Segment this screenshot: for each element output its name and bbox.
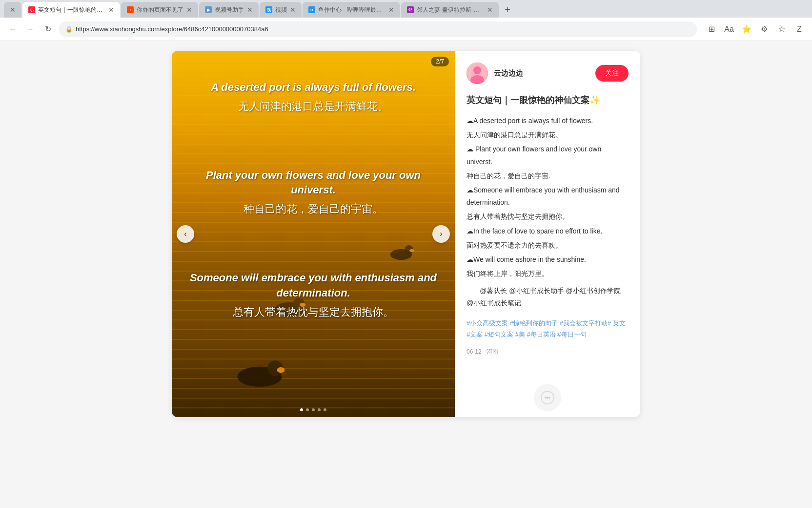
content-section: 云边边边 关注 英文短句｜一眼惊艳的神仙文案✨ ☁A deserted port… xyxy=(455,51,640,417)
browser-frame: ✕ 小 英文短句｜一眼惊艳的神仙文案✨ ✕ ! 你办的页面不见了 ✕ ▶ 视频号… xyxy=(0,0,812,508)
tab-404-favicon: ! xyxy=(127,6,134,13)
tab-video-close[interactable]: ✕ xyxy=(247,6,253,14)
tab-video-label: 视频号助手 xyxy=(215,6,244,14)
main-card: A deserted port is always full of flower… xyxy=(172,51,640,417)
post-body-line-4: 种自己的花，爱自己的宇宙. xyxy=(467,170,629,182)
post-body-line-1: ☁A deserted port is always full of flowe… xyxy=(467,115,629,127)
user-header: 云边边边 关注 xyxy=(467,63,629,84)
tab-neighbor-close[interactable]: ✕ xyxy=(487,6,493,14)
slide-text-cn-2: 种自己的花，爱自己的宇宙。 xyxy=(186,202,440,217)
tab-neighbor-label: 邻人之妻-盖伊特拉斯-微信读书 xyxy=(417,6,484,14)
post-body-line-3: ☁ Plant your own flowers and love your o… xyxy=(467,143,629,168)
extensions-icon[interactable]: ⊞ xyxy=(705,22,718,36)
url-bar[interactable]: 🔒 https://www.xiaohongshu.com/explore/64… xyxy=(59,21,697,37)
post-location: 河南 xyxy=(487,348,498,355)
post-body-line-10: 我们终将上岸，阳光万里。 xyxy=(467,268,629,280)
tab-bilibili-label: 鱼作中心 - 哔哩哔哩最视频... xyxy=(318,6,386,14)
slide-text-en-2: Plant your own flowers and love your own… xyxy=(186,168,440,198)
tab-bilibili-close[interactable]: ✕ xyxy=(388,6,394,14)
tab-bar: ✕ 小 英文短句｜一眼惊艳的神仙文案✨ ✕ ! 你办的页面不见了 ✕ ▶ 视频号… xyxy=(0,0,812,18)
slide-counter: 2/7 xyxy=(431,57,449,66)
zoom-icon[interactable]: Aa xyxy=(722,22,736,36)
bookmark-star-icon[interactable]: ⭐ xyxy=(740,22,753,36)
avatar[interactable] xyxy=(467,63,488,84)
post-date: 06-12 xyxy=(467,348,482,355)
dot-5[interactable] xyxy=(324,408,326,411)
tab-neighbor[interactable]: 邻 邻人之妻-盖伊特拉斯-微信读书 ✕ xyxy=(401,2,499,18)
tab-sp[interactable]: 视 视频 ✕ xyxy=(260,2,302,18)
slide-dots xyxy=(300,408,326,411)
toolbar-icons: ⊞ Aa ⭐ ⚙ ☆ Z xyxy=(705,22,806,36)
dot-1[interactable] xyxy=(300,408,303,411)
slide-text-en-1: A deserted port is always full of flower… xyxy=(211,80,416,95)
tab-neighbor-favicon: 邻 xyxy=(407,6,414,13)
tab-blank[interactable]: ✕ xyxy=(4,2,21,18)
new-tab-button[interactable]: + xyxy=(500,2,515,18)
dot-4[interactable] xyxy=(318,408,321,411)
slide-text-cn-3: 总有人带着热忱与坚定去拥抱你。 xyxy=(186,305,440,320)
profile-icon[interactable]: Z xyxy=(792,22,806,36)
tab-sp-favicon: 视 xyxy=(265,6,272,13)
svg-point-10 xyxy=(473,66,481,74)
svg-point-14 xyxy=(547,397,548,399)
post-meta: 06-12 河南 xyxy=(467,348,629,356)
tab-sp-label: 视频 xyxy=(275,6,287,14)
post-body-line-5: ☁Someone will embrace you with enthusias… xyxy=(467,184,629,209)
post-body-line-9: ☁We will come ashore in the sunshine. xyxy=(467,254,629,266)
avatar-image xyxy=(467,63,488,84)
tab-xhs-close[interactable]: ✕ xyxy=(108,6,114,14)
post-mentions: @薯队长 @小红书成长助手 @小红书创作学院 @小红书成长笔记 xyxy=(467,285,629,309)
svg-point-15 xyxy=(548,397,550,399)
comment-placeholder xyxy=(467,374,629,417)
svg-point-13 xyxy=(545,397,547,399)
next-arrow[interactable]: › xyxy=(432,225,450,243)
bookmark-icon[interactable]: ☆ xyxy=(775,22,789,36)
tab-xhs-favicon: 小 xyxy=(28,6,35,13)
tab-xhs-label: 英文短句｜一眼惊艳的神仙文案✨ xyxy=(38,6,105,14)
tab-video[interactable]: ▶ 视频号助手 ✕ xyxy=(199,2,259,18)
image-section: A deserted port is always full of flower… xyxy=(172,51,455,417)
page-content: A deserted port is always full of flower… xyxy=(0,41,812,508)
divider xyxy=(467,366,629,366)
dot-3[interactable] xyxy=(312,408,315,411)
hashtags: #小众高级文案 #惊艳到你的句子 #我会被文字打动# 英文 #文案 #短句文案 … xyxy=(467,318,629,340)
post-body: ☁A deserted port is always full of flowe… xyxy=(467,115,629,310)
slide-text-en-3: Someone will embrace you with enthusiasm… xyxy=(186,271,440,301)
prev-arrow[interactable]: ‹ xyxy=(177,225,194,243)
forward-button[interactable]: → xyxy=(23,22,37,36)
lock-icon: 🔒 xyxy=(65,26,73,33)
dot-2[interactable] xyxy=(306,408,309,411)
follow-button[interactable]: 关注 xyxy=(595,65,629,82)
tab-blank-close[interactable]: ✕ xyxy=(10,6,16,14)
settings-icon[interactable]: ⚙ xyxy=(757,22,771,36)
empty-comment-icon xyxy=(534,384,561,411)
tab-404[interactable]: ! 你办的页面不见了 ✕ xyxy=(121,2,198,18)
tab-bilibili[interactable]: B 鱼作中心 - 哔哩哔哩最视频... ✕ xyxy=(303,2,400,18)
username: 云边边边 xyxy=(494,69,595,78)
tab-xhs[interactable]: 小 英文短句｜一眼惊艳的神仙文案✨ ✕ xyxy=(22,2,120,18)
post-body-line-2: 无人问津的港口总是开满鲜花。 xyxy=(467,129,629,141)
post-body-line-7: ☁In the face of love to spare no effort … xyxy=(467,225,629,237)
tab-bilibili-favicon: B xyxy=(308,6,315,13)
text-overlay: A deserted port is always full of flower… xyxy=(172,51,455,417)
slide-text-cn-1: 无人问津的港口总是开满鲜花。 xyxy=(211,99,416,114)
address-bar: ← → ↻ 🔒 https://www.xiaohongshu.com/expl… xyxy=(0,18,812,41)
tab-sp-close[interactable]: ✕ xyxy=(290,6,296,14)
tab-404-label: 你办的页面不见了 xyxy=(137,6,183,14)
image-container: A deserted port is always full of flower… xyxy=(172,51,455,417)
post-body-line-6: 总有人带着热忱与坚定去拥抱你。 xyxy=(467,211,629,223)
refresh-button[interactable]: ↻ xyxy=(41,22,55,36)
url-text: https://www.xiaohongshu.com/explore/6486… xyxy=(76,25,268,33)
back-button[interactable]: ← xyxy=(6,22,20,36)
tab-404-close[interactable]: ✕ xyxy=(186,6,192,14)
post-title: 英文短句｜一眼惊艳的神仙文案✨ xyxy=(467,94,629,107)
post-body-line-8: 面对热爱要不遗余力的去喜欢。 xyxy=(467,239,629,252)
tab-video-favicon: ▶ xyxy=(205,6,212,13)
